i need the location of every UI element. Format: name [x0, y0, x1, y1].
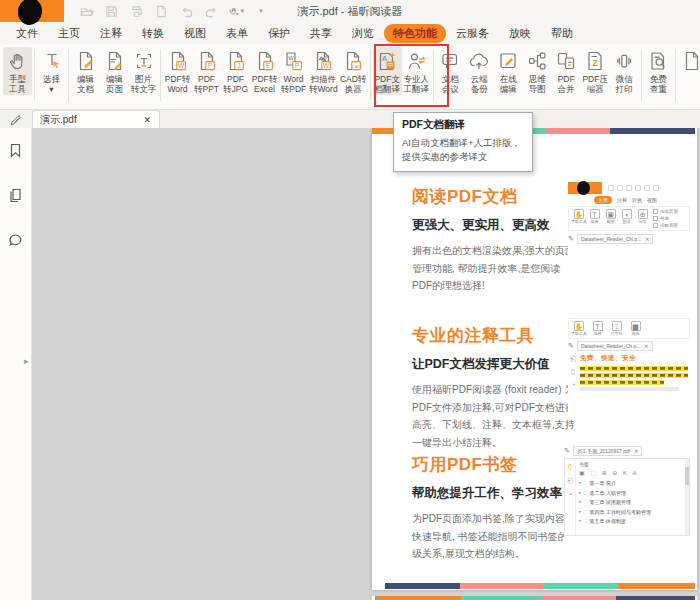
ribbon-tab-9[interactable]: 特色功能	[384, 24, 446, 43]
toolbar-item-image-to-text[interactable]: 图片转文字	[129, 47, 158, 95]
toolbar-item-clipped-item[interactable]	[678, 47, 700, 85]
toolbar-group-3: WPDF转WordPPDF转PPTJPDF转JPGEPDF转ExcelWPWor…	[163, 47, 368, 95]
quill-icon: ✎	[568, 235, 574, 243]
section-body: 拥有出色的文档渲染效果,强大的页面管理功能, 帮助提升效率,是您阅读PDF的理想…	[412, 242, 578, 295]
hand-select-icon[interactable]: ▾	[228, 3, 244, 19]
svg-text:CAD: CAD	[352, 64, 361, 69]
customize-caret-icon[interactable]: ▾	[253, 3, 269, 19]
toolbar-item-wechat-print[interactable]: 微信打印	[610, 47, 639, 95]
ribbon-tab-6[interactable]: 保护	[258, 24, 300, 43]
export-page-icon[interactable]	[153, 3, 169, 19]
print-icon[interactable]	[128, 3, 144, 19]
mini-bookmark-icon: ▯	[568, 463, 572, 471]
toolbar-item-online-edit[interactable]: 在线编辑	[494, 47, 523, 95]
toolbar-item-pdf-to-word[interactable]: WPDF转Word	[163, 47, 192, 95]
mini-tool: ✋手型工具	[571, 209, 586, 228]
toolbar-item-pdf-compress[interactable]: ZPDF压缩器	[581, 47, 610, 95]
ribbon-tab-10[interactable]: 云服务	[446, 24, 499, 43]
document-tab[interactable]: 演示.pdf ✕	[32, 110, 160, 128]
scan-to-word-icon: W	[311, 49, 335, 73]
toolbar-item-label: PDF转Excel	[252, 74, 278, 94]
toolbar-item-select-tool[interactable]: 选择▾	[37, 47, 66, 95]
sidebar-collapse-handle[interactable]: ▸	[24, 356, 29, 366]
comments-panel-icon[interactable]	[7, 232, 24, 253]
section-subheading: 更强大、更实用、更高效	[412, 217, 582, 234]
quill-icon: ✎	[568, 342, 574, 350]
toolbar-item-pro-human-translate[interactable]: 专业人工翻译	[402, 47, 431, 95]
image-to-text-icon	[132, 49, 156, 73]
quill-icon: ✎	[564, 447, 570, 455]
ribbon-tab-7[interactable]: 共享	[300, 24, 342, 43]
toolbar-item-label: PDF合并	[558, 74, 575, 94]
toolbar-item-scan-to-word[interactable]: W扫描件转Word	[308, 47, 339, 95]
mini-tool: ▆高亮	[628, 321, 643, 336]
toolbar-item-mind-map[interactable]: 思维导图	[523, 47, 552, 95]
mind-map-icon	[525, 49, 549, 73]
toolbar-item-cloud-backup[interactable]: 云端备份	[465, 47, 494, 95]
ribbon-tab-4[interactable]: 视图	[174, 24, 216, 43]
toolbar-group-6: 免费查重	[644, 47, 673, 95]
toolbar-item-label: 思维导图	[529, 74, 546, 94]
ribbon-tab-3[interactable]: 转换	[132, 24, 174, 43]
toolbar-item-edit-document[interactable]: 编辑文档	[71, 47, 100, 95]
word-to-pdf-icon: WP	[282, 49, 306, 73]
ribbon-tab-12[interactable]: 帮助	[541, 24, 583, 43]
ribbon-tab-5[interactable]: 表单	[216, 24, 258, 43]
svg-text:J: J	[237, 62, 240, 69]
toolbar-item-edit-page[interactable]: 编辑页面	[100, 47, 129, 95]
toolbar-item-label: 免费查重	[650, 74, 667, 94]
toolbar-item-pdf-to-excel[interactable]: EPDF转Excel	[250, 47, 279, 95]
document-canvas: 阅读PDF文档 更强大、更实用、更高效 拥有出色的文档渲染效果,强大的页面管理功…	[32, 128, 700, 600]
svg-text:Z: Z	[593, 58, 598, 68]
bookmarks-panel-icon[interactable]	[7, 142, 24, 163]
undo-icon[interactable]	[178, 3, 194, 19]
toolbar-divider	[68, 49, 69, 101]
edit-page-icon	[103, 49, 127, 73]
toolbar-group-7	[678, 47, 700, 85]
pdf-to-jpg-icon: J	[224, 49, 248, 73]
toolbar-item-cad-converter[interactable]: CADCAD转换器	[339, 47, 368, 95]
ribbon-tab-2[interactable]: 注释	[90, 24, 132, 43]
toolbar-item-label: 编辑页面	[106, 74, 123, 94]
svg-text:W: W	[288, 55, 294, 61]
toolbar-item-label: CAD转换器	[340, 74, 366, 94]
toolbar-item-pdf-to-ppt[interactable]: PPDF转PPT	[192, 47, 221, 95]
toolbar-divider	[675, 49, 676, 101]
section-annotation-tools: 专业的注释工具 让PDF文档发挥更大价值 使用福昕PDF阅读器 (foxit r…	[412, 324, 582, 451]
section-heading: 阅读PDF文档	[412, 185, 582, 208]
toolbar-item-free-check[interactable]: 免费查重	[644, 47, 673, 95]
toolbar-group-0: 手型工具	[3, 47, 32, 95]
select-tool-icon	[40, 49, 64, 73]
svg-text:A: A	[382, 54, 387, 63]
toolbar-item-word-to-pdf[interactable]: WPWord转PDF	[279, 47, 308, 95]
toolbar-item-pdf-to-jpg[interactable]: JPDF转JPG	[221, 47, 250, 95]
redo-icon[interactable]	[203, 3, 219, 19]
pdf-compress-icon: Z	[583, 49, 607, 73]
mini-tab: 视图	[647, 197, 657, 203]
toolbar-group-1: 选择▾	[37, 47, 66, 95]
ribbon-tab-11[interactable]: 放映	[499, 24, 541, 43]
feature-thumbnail-annotation: ✋手型工具T选择⌶打字机▆高亮 ✎ Datasheet_Reader_Ch.p.…	[568, 318, 690, 413]
toolbar-item-hand-tool[interactable]: 手型工具	[3, 47, 32, 95]
toolbar-item-doc-meeting[interactable]: 文档会议	[436, 47, 465, 95]
toolbar-item-label: 云端备份	[471, 74, 488, 94]
open-folder-icon[interactable]	[78, 3, 94, 19]
tab-close-icon[interactable]: ✕	[142, 115, 152, 125]
pages-panel-icon[interactable]	[7, 187, 24, 208]
clipped-item-icon	[680, 49, 700, 73]
mini-bookmark-row: ▸⬚第四章 工作时间与考勤管理	[579, 508, 684, 518]
toolbar-item-pdf-doc-translate[interactable]: A中PDF文档翻译	[373, 47, 402, 95]
section-subheading: 帮助您提升工作、学习效率	[412, 485, 582, 502]
save-icon[interactable]	[103, 3, 119, 19]
ribbon-tab-8[interactable]: 浏览	[342, 24, 384, 43]
document-tab-label: 演示.pdf	[40, 113, 142, 127]
tooltip-title: PDF文档翻译	[402, 118, 524, 132]
ribbon-tab-0[interactable]: 文件	[6, 24, 48, 43]
ribbon-tab-1[interactable]: 主页	[48, 24, 90, 43]
toolbar-item-pdf-merge[interactable]: PDF合并	[552, 47, 581, 95]
annotate-quill-icon[interactable]	[0, 110, 32, 128]
mini-panel-title: 书签	[579, 461, 684, 467]
pro-human-translate-icon	[404, 49, 428, 73]
toolbar-item-label: PDF转PPT	[194, 74, 219, 94]
toolbar-item-label: PDF压缩器	[582, 74, 608, 94]
